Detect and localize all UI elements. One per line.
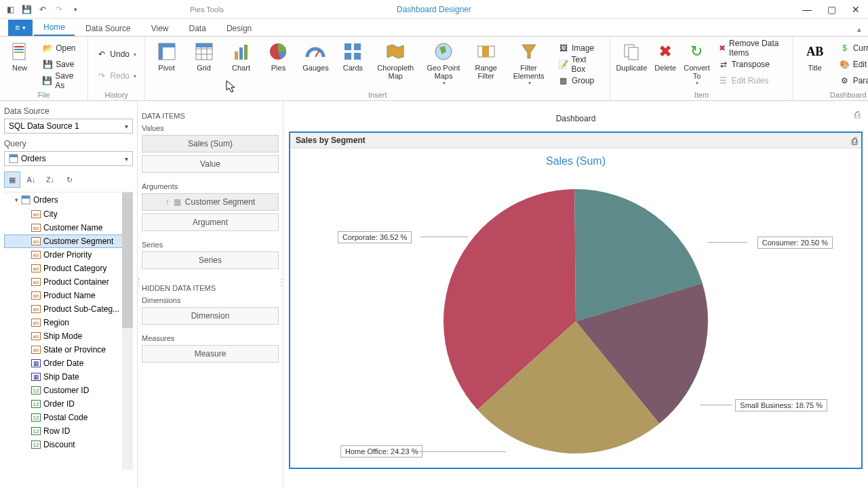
range-filter-button[interactable]: Range Filter: [470, 39, 502, 89]
pie-chart-item[interactable]: Sales by Segment ⎙ Sales (Sum) Corporate…: [289, 131, 863, 469]
hamburger-icon: ≡: [15, 23, 20, 33]
choropleth-button[interactable]: Choropleth Map: [374, 39, 417, 89]
field-product-category[interactable]: abProduct Category: [4, 262, 133, 275]
data-source-dropdown[interactable]: SQL Data Source 1: [4, 119, 133, 134]
gauge-icon: [304, 41, 326, 62]
collapse-ribbon-icon[interactable]: ▲: [856, 26, 863, 33]
export-item-icon[interactable]: ⎙: [852, 136, 857, 146]
transpose-button[interactable]: ⇄Transpose: [715, 57, 787, 72]
dimension-placeholder-slot[interactable]: Dimension: [142, 307, 279, 325]
field-customer-id[interactable]: 12Customer ID: [4, 384, 133, 397]
tab-data[interactable]: Data: [180, 20, 216, 36]
image-icon: 🖼: [558, 43, 569, 54]
pie-svg: [440, 186, 711, 457]
redo-button[interactable]: ↷Redo▾: [94, 68, 139, 83]
field-row-id[interactable]: 12Row ID: [4, 424, 133, 438]
tree-root-orders[interactable]: ▾ Orders: [4, 192, 133, 207]
grid-small-icon: ▦: [174, 197, 181, 207]
qat-undo-icon[interactable]: ↶: [37, 3, 49, 16]
field-ship-mode[interactable]: abShip Mode: [4, 329, 133, 343]
convert-button[interactable]: ↻Convert To▾: [684, 39, 710, 89]
argument-placeholder-slot[interactable]: Argument: [142, 214, 279, 231]
sort-za-button[interactable]: Z↓: [42, 171, 58, 188]
group-fields-button[interactable]: ▦: [4, 171, 20, 188]
qat-redo-icon[interactable]: ↷: [53, 3, 65, 16]
cards-button[interactable]: Cards: [337, 39, 369, 89]
save-as-button[interactable]: 💾Save As: [39, 73, 82, 88]
redo-icon: ↷: [96, 70, 107, 81]
undo-button[interactable]: ↶Undo▾: [94, 47, 139, 62]
title-button[interactable]: ABTitle: [799, 39, 831, 89]
field-city[interactable]: abCity: [4, 207, 133, 221]
svg-rect-6: [159, 43, 163, 60]
data-items-header: DATA ITEMS: [142, 112, 279, 120]
svg-rect-3: [14, 52, 24, 53]
svg-rect-13: [235, 52, 238, 60]
field-discount[interactable]: 12Discount: [4, 438, 133, 451]
field-customer-name[interactable]: abCustomer Name: [4, 221, 133, 235]
close-button[interactable]: ✕: [844, 0, 868, 19]
export-dashboard-icon[interactable]: ⎙: [854, 109, 860, 120]
remove-data-items-button[interactable]: ✖Remove Data Items: [715, 41, 787, 56]
pies-button[interactable]: Pies: [262, 39, 294, 89]
query-label: Query: [4, 139, 133, 148]
delete-button[interactable]: ✖Delete: [652, 39, 678, 89]
new-button[interactable]: New: [5, 39, 34, 89]
minimize-button[interactable]: —: [795, 0, 819, 19]
geopoint-button[interactable]: Geo Point Maps▾: [422, 39, 465, 89]
currency-button[interactable]: $Currency: [837, 41, 868, 56]
field-product-name[interactable]: abProduct Name: [4, 289, 133, 302]
panel-grip-left[interactable]: ⋮: [135, 277, 143, 287]
qat-customize-icon[interactable]: ▾: [69, 3, 81, 16]
svg-rect-26: [629, 47, 638, 60]
textbox-button[interactable]: 📝Text Box: [555, 57, 604, 72]
tab-data-source[interactable]: Data Source: [76, 20, 140, 36]
field-region[interactable]: abRegion: [4, 316, 133, 329]
field-order-priority[interactable]: abOrder Priority: [4, 248, 133, 262]
value-placeholder-slot[interactable]: Value: [142, 155, 279, 173]
undo-icon: ↶: [96, 49, 107, 60]
group-button[interactable]: ▦Group: [555, 73, 604, 88]
pivot-button[interactable]: Pivot: [151, 39, 182, 89]
tab-design[interactable]: Design: [217, 20, 261, 36]
query-dropdown[interactable]: Orders: [4, 151, 133, 166]
text-field-icon: ab: [31, 332, 41, 340]
field-ship-date[interactable]: ▦Ship Date: [4, 370, 133, 384]
field-order-id[interactable]: 12Order ID: [4, 397, 133, 411]
callout-home-office: Home Office: 24.23 %: [340, 445, 422, 458]
group-insert-label: Insert: [151, 89, 604, 99]
tree-scrollbar[interactable]: [122, 192, 133, 470]
save-button[interactable]: 💾Save: [39, 57, 82, 72]
field-state-or-province[interactable]: abState or Province: [4, 343, 133, 357]
filter-elements-button[interactable]: Filter Elements▾: [507, 39, 550, 89]
refresh-button[interactable]: ↻: [61, 171, 77, 188]
svg-rect-14: [239, 47, 243, 60]
field-product-sub-categ-[interactable]: abProduct Sub-Categ...: [4, 302, 133, 316]
argument-slot-segment[interactable]: ↑▦Customer Segment: [142, 193, 279, 211]
edit-colors-button[interactable]: 🎨Edit Colors: [837, 57, 868, 72]
edit-rules-button[interactable]: ☰Edit Rules: [715, 73, 787, 88]
value-slot-sales[interactable]: Sales (Sum): [142, 135, 279, 152]
field-postal-code[interactable]: 12Postal Code: [4, 411, 133, 424]
field-customer-segment[interactable]: abCustomer Segment: [4, 235, 133, 248]
tab-home[interactable]: Home: [34, 19, 75, 36]
field-order-date[interactable]: ▦Order Date: [4, 357, 133, 370]
file-tab[interactable]: ≡▾: [8, 20, 33, 36]
grid-button[interactable]: Grid: [188, 39, 220, 89]
callout-small-business: Small Business: 18.75 %: [735, 399, 827, 411]
qat-save-icon[interactable]: 💾: [20, 3, 33, 16]
maximize-button[interactable]: ▢: [819, 0, 844, 19]
gauges-button[interactable]: Gauges: [300, 39, 332, 89]
field-product-container[interactable]: abProduct Container: [4, 275, 133, 289]
data-source-panel: Data Source SQL Data Source 1 Query Orde…: [0, 101, 138, 488]
sort-az-button[interactable]: A↓: [23, 171, 39, 188]
parameters-button[interactable]: ⚙Parameters: [837, 73, 868, 88]
ribbon: New 📂Open 💾Save 💾Save As File ↶Undo▾ ↷Re…: [0, 37, 868, 101]
chart-button[interactable]: Chart: [225, 39, 257, 89]
tab-view[interactable]: View: [142, 20, 178, 36]
series-placeholder-slot[interactable]: Series: [142, 251, 279, 269]
measure-placeholder-slot[interactable]: Measure: [142, 345, 279, 363]
image-button[interactable]: 🖼Image: [555, 41, 604, 56]
duplicate-button[interactable]: Duplicate: [616, 39, 647, 89]
open-button[interactable]: 📂Open: [39, 41, 82, 56]
